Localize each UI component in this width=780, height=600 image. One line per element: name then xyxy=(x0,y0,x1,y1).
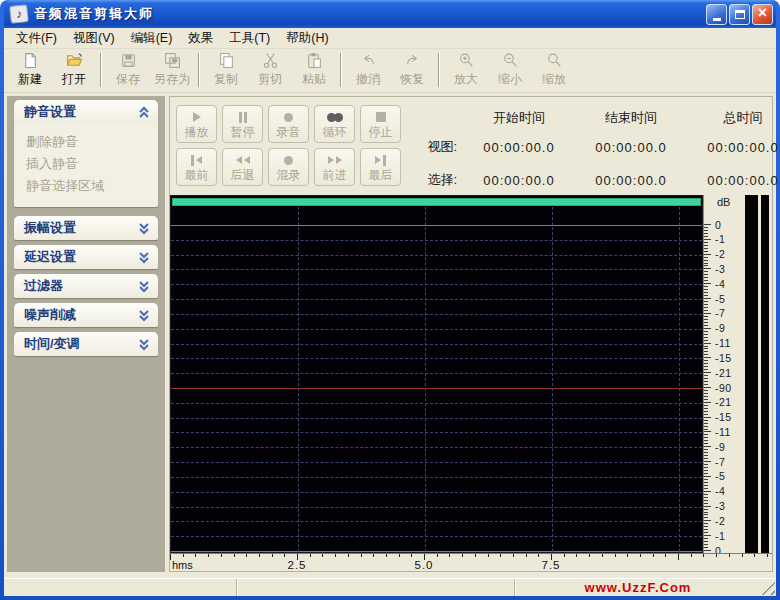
timeline-tick xyxy=(526,554,527,557)
menu-effects[interactable]: 效果 xyxy=(180,30,221,47)
sidebar-item-delete-silence[interactable]: 删除静音 xyxy=(26,131,154,153)
go-end-button[interactable]: 最后 xyxy=(360,148,401,186)
play-icon xyxy=(193,111,201,124)
h-gridline xyxy=(171,403,702,404)
timeline-tick xyxy=(310,554,311,557)
record-button[interactable]: 录音 xyxy=(268,105,309,143)
h-gridline xyxy=(171,373,702,374)
panel-title: 过滤器 xyxy=(24,277,136,295)
chevron-down-icon[interactable] xyxy=(136,336,152,352)
forward-button[interactable]: 前进 xyxy=(314,148,355,186)
selection-end-time: 00:00:00.0 xyxy=(575,173,687,188)
db-tick-label: 0 xyxy=(715,219,721,231)
sidebar-item-silence-selection[interactable]: 静音选择区域 xyxy=(26,175,154,197)
paste-button[interactable]: 粘贴 xyxy=(292,50,336,90)
chevron-down-icon[interactable] xyxy=(136,249,152,265)
save-button[interactable]: 保存 xyxy=(106,50,150,90)
mix-record-button[interactable]: 混录 xyxy=(268,148,309,186)
maximize-button[interactable] xyxy=(729,4,750,25)
menu-tools[interactable]: 工具(T) xyxy=(221,30,278,47)
zoom-icon xyxy=(546,52,563,69)
toolbar-label: 缩小 xyxy=(498,71,522,88)
redo-button[interactable]: 恢复 xyxy=(390,50,434,90)
undo-button[interactable]: 撤消 xyxy=(346,50,390,90)
position-bar[interactable] xyxy=(172,198,701,206)
app-icon: ♪ xyxy=(9,4,29,24)
panel-amplitude-settings-header[interactable]: 振幅设置 xyxy=(14,216,158,240)
panel-filter-header[interactable]: 过滤器 xyxy=(14,274,158,298)
title-bar[interactable]: ♪ 音频混音剪辑大师 × xyxy=(4,0,776,28)
db-tick xyxy=(704,227,708,228)
transport-controls: 播放 暂停 录音 循环 停止 最前 后退 混录 前进 最后 xyxy=(176,105,401,195)
pause-icon xyxy=(239,111,247,124)
transport-label: 最前 xyxy=(185,169,209,181)
timeline-tick xyxy=(615,554,616,557)
timeline-ruler[interactable]: hms 2.55.07.5 xyxy=(170,553,772,571)
chevron-up-icon[interactable] xyxy=(136,104,152,120)
db-tick xyxy=(704,491,711,492)
db-tick xyxy=(704,274,708,275)
panel-noise-reduction-header[interactable]: 噪声削减 xyxy=(14,303,158,327)
zoom-in-button[interactable]: 放大 xyxy=(444,50,488,90)
db-tick xyxy=(704,497,708,498)
level-meter-left xyxy=(745,195,758,553)
db-tick xyxy=(704,452,708,453)
timeline-tick xyxy=(234,554,235,557)
menu-help[interactable]: 帮助(H) xyxy=(278,30,336,47)
panel-time-pitch-header[interactable]: 时间/变调 xyxy=(14,332,158,356)
selection-start-time: 00:00:00.0 xyxy=(463,173,575,188)
db-tick xyxy=(704,319,708,320)
timeline-tick xyxy=(576,554,577,557)
close-button[interactable]: × xyxy=(752,4,773,25)
panel-silence-settings-header[interactable]: 静音设置 xyxy=(14,100,158,124)
loop-button[interactable]: 循环 xyxy=(314,105,355,143)
db-tick xyxy=(704,396,708,397)
sidebar-item-insert-silence[interactable]: 插入静音 xyxy=(26,153,154,175)
status-section-2 xyxy=(237,579,515,596)
rewind-button[interactable]: 后退 xyxy=(222,148,263,186)
db-tick xyxy=(704,378,708,379)
db-tick xyxy=(704,263,708,264)
db-tick-label: -7 xyxy=(715,307,725,319)
stop-button[interactable]: 停止 xyxy=(360,105,401,143)
zoom-out-button[interactable]: 缩小 xyxy=(488,50,532,90)
panel-delay-settings-header[interactable]: 延迟设置 xyxy=(14,245,158,269)
db-tick xyxy=(704,334,708,335)
db-tick xyxy=(704,405,708,406)
go-start-button[interactable]: 最前 xyxy=(176,148,217,186)
h-gridline xyxy=(171,329,702,330)
menu-view[interactable]: 视图(V) xyxy=(65,30,123,47)
play-button[interactable]: 播放 xyxy=(176,105,217,143)
db-tick-label: -15 xyxy=(715,411,732,423)
menu-file[interactable]: 文件(F) xyxy=(8,30,65,47)
db-tick xyxy=(704,431,711,432)
timeline-tick xyxy=(538,554,539,557)
db-tick-label: -4 xyxy=(715,278,725,290)
timeline-tick xyxy=(246,554,247,557)
waveform-display[interactable] xyxy=(170,195,703,553)
pause-button[interactable]: 暂停 xyxy=(222,105,263,143)
minimize-button[interactable] xyxy=(706,4,727,25)
db-tick xyxy=(704,408,708,409)
h-gridline xyxy=(171,462,702,463)
chevron-down-icon[interactable] xyxy=(136,220,152,236)
view-row-label: 视图: xyxy=(411,138,463,156)
zoom-button[interactable]: 缩放 xyxy=(532,50,576,90)
new-button[interactable]: 新建 xyxy=(8,50,52,90)
resize-grip[interactable] xyxy=(761,581,775,595)
timeline-tick xyxy=(221,554,222,557)
db-tick xyxy=(704,230,708,231)
chevron-down-icon[interactable] xyxy=(136,278,152,294)
save-as-button[interactable]: 另存为 xyxy=(150,50,194,90)
copy-button[interactable]: 复制 xyxy=(204,50,248,90)
open-button[interactable]: 打开 xyxy=(52,50,96,90)
menu-edit[interactable]: 编辑(E) xyxy=(123,30,181,47)
window-controls: × xyxy=(706,4,773,25)
control-strip: 播放 暂停 录音 循环 停止 最前 后退 混录 前进 最后 开始时间 xyxy=(170,97,772,195)
cut-button[interactable]: 剪切 xyxy=(248,50,292,90)
db-tick xyxy=(704,479,708,480)
chevron-down-icon[interactable] xyxy=(136,307,152,323)
h-gridline xyxy=(171,477,702,478)
panel-title: 静音设置 xyxy=(24,103,136,121)
db-tick xyxy=(704,544,708,545)
